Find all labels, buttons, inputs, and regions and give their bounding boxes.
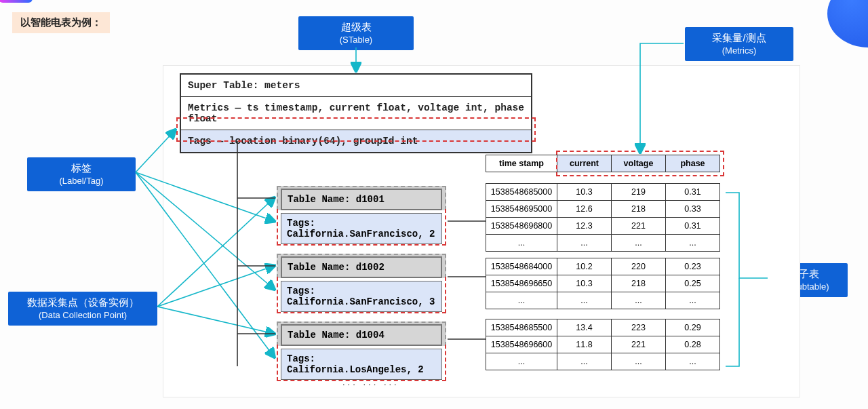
table-row: ............ — [486, 235, 720, 252]
data-table-header: time stamp current voltage phase — [486, 155, 720, 172]
table-row: ............ — [486, 353, 720, 370]
subtable-tags: Tags: California.SanFrancisco, 2 — [281, 213, 442, 244]
table-row: ............ — [486, 292, 720, 309]
table-row: 153854869660011.82210.28 — [486, 336, 720, 353]
th-timestamp: time stamp — [486, 155, 557, 172]
th-phase: phase — [666, 155, 720, 172]
super-table-box: Super Table: meters Metrics — ts timesta… — [180, 73, 532, 153]
data-table-d1001: 153854868500010.32190.31 153854869500012… — [486, 183, 720, 252]
page-title: 以智能电表为例： — [12, 12, 110, 33]
table-row: 153854868400010.22200.23 — [486, 258, 720, 275]
super-table-metrics: Metrics — ts timestamp, current float, v… — [181, 97, 531, 130]
callout-metrics-sub: (Metrics) — [694, 45, 784, 57]
data-table-d1004: 153854868550013.42230.29 153854869660011… — [486, 319, 720, 370]
callout-metrics: 采集量/测点 (Metrics) — [685, 27, 793, 61]
subtable-d1004: Table Name: d1004 Tags: California.LosAn… — [277, 322, 446, 380]
callout-stable: 超级表 (STable) — [298, 16, 414, 50]
callout-stable-title: 超级表 — [341, 21, 372, 33]
subtable-tags: Tags: California.SanFrancisco, 3 — [281, 281, 442, 312]
data-table-d1002: 153854868400010.22200.23 153854869665010… — [486, 258, 720, 309]
callout-subtable-title: 子表 — [799, 268, 819, 279]
callout-dcp-title: 数据采集点（设备实例） — [27, 296, 139, 308]
callout-labeltag-sub: (Label/Tag) — [37, 175, 126, 187]
super-table-title: Super Table: meters — [181, 75, 531, 97]
table-row: 153854868500010.32190.31 — [486, 184, 720, 201]
table-row: 153854869500012.62180.33 — [486, 201, 720, 218]
callout-dcp-sub: (Data Collection Point) — [18, 309, 148, 322]
super-table-tags: Tags — location binary(64), groupId int — [181, 130, 531, 152]
th-voltage: voltage — [612, 155, 666, 172]
bottom-ellipsis: ... ... ... — [342, 377, 399, 387]
table-row: 153854869680012.32210.31 — [486, 218, 720, 235]
callout-metrics-title: 采集量/测点 — [712, 32, 766, 43]
subtable-d1002: Table Name: d1002 Tags: California.SanFr… — [277, 254, 446, 312]
callout-labeltag-title: 标签 — [71, 162, 92, 174]
th-current: current — [557, 155, 612, 172]
decorative-blob — [827, 0, 868, 47]
callout-dcp: 数据采集点（设备实例） (Data Collection Point) — [8, 292, 157, 326]
table-row: 153854868550013.42230.29 — [486, 319, 720, 336]
table-row: 153854869665010.32180.25 — [486, 275, 720, 292]
subtable-d1001: Table Name: d1001 Tags: California.SanFr… — [277, 186, 446, 244]
subtable-name: Table Name: d1004 — [281, 324, 442, 346]
subtable-name: Table Name: d1001 — [281, 189, 442, 210]
callout-labeltag: 标签 (Label/Tag) — [27, 157, 136, 191]
subtable-tags: Tags: California.LosAngeles, 2 — [281, 349, 442, 380]
callout-stable-sub: (STable) — [308, 34, 404, 46]
subtable-name: Table Name: d1002 — [281, 256, 442, 278]
decorative-gradient — [0, 0, 33, 3]
